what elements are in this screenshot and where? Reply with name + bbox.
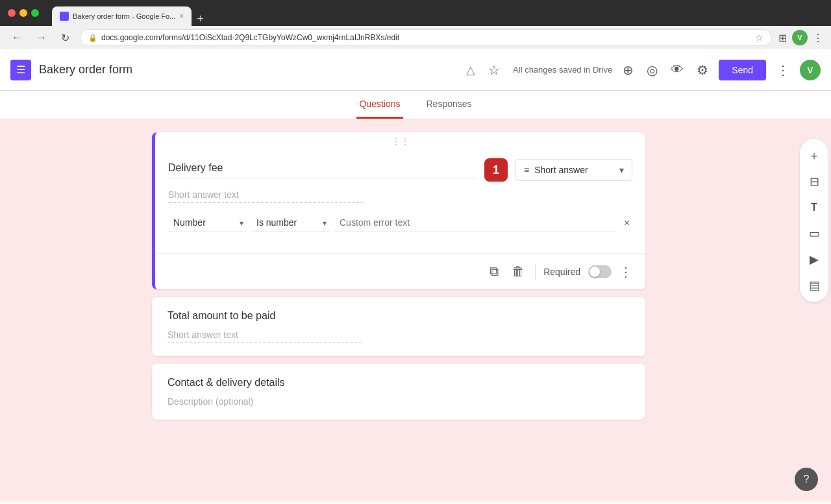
import-questions-button[interactable]: ⊟: [802, 170, 826, 193]
image-icon: ▭: [809, 226, 820, 241]
tab-questions[interactable]: Questions: [356, 91, 403, 119]
total-amount-card: Total amount to be paid Short answer tex…: [152, 297, 645, 356]
remove-validation-button[interactable]: ×: [621, 215, 632, 232]
bookmark-icon[interactable]: ☆: [755, 32, 763, 43]
forms-icon: ☰: [16, 64, 25, 76]
total-amount-title: Total amount to be paid: [167, 310, 630, 322]
validation-row: Number Is number ×: [168, 213, 632, 232]
footer-divider: [535, 264, 536, 280]
browser-tab-active[interactable]: Bakery order form - Google Fo... ×: [52, 6, 192, 26]
delete-button[interactable]: 🗑: [509, 261, 527, 282]
card-body-3: Contact & delivery details Description (…: [152, 364, 645, 420]
add-title-button[interactable]: T: [802, 196, 826, 219]
question-input[interactable]: [168, 162, 477, 178]
add-image-button[interactable]: ▭: [802, 222, 826, 245]
validation-condition-wrapper: Is number: [251, 213, 329, 232]
addon-button[interactable]: ⊕: [620, 60, 636, 80]
card-body: 1 ≡ Short answer ▾ Short answer text Num…: [155, 148, 645, 253]
copy-icon: ⧉: [490, 264, 499, 278]
browser-chrome: Bakery order form - Google Fo... × +: [0, 0, 831, 26]
minimize-traffic-light[interactable]: [19, 9, 27, 17]
answer-placeholder: Short answer text: [168, 189, 363, 203]
new-tab-button[interactable]: +: [197, 12, 204, 26]
settings-button[interactable]: ⚙: [694, 60, 711, 80]
total-amount-placeholder: Short answer text: [167, 330, 362, 343]
browser-menu-button[interactable]: ⋮: [813, 32, 823, 44]
contact-details-title: Contact & delivery details: [167, 377, 630, 389]
help-button[interactable]: ?: [795, 468, 818, 491]
url-bar[interactable]: 🔒 docs.google.com/forms/d/11OiScXtad-2Q9…: [80, 29, 772, 46]
type-select-arrow-icon: ▾: [619, 165, 624, 175]
contact-details-card: Contact & delivery details Description (…: [152, 364, 645, 420]
question-badge: 1: [484, 158, 508, 182]
app-title: Bakery order form: [39, 63, 456, 77]
url-text: docs.google.com/forms/d/11OiScXtad-2Q9Lc…: [101, 33, 751, 42]
browser-tabs: Bakery order form - Google Fo... × +: [52, 0, 204, 26]
card-body-2: Total amount to be paid Short answer tex…: [152, 297, 645, 356]
import-icon: ⊟: [810, 174, 819, 189]
question-type-select[interactable]: ≡ Short answer ▾: [515, 159, 632, 181]
video-icon: ▶: [810, 252, 819, 267]
preview-button[interactable]: 👁: [668, 60, 686, 80]
sidebar: ＋ ⊟ T ▭ ▶ ▤: [797, 132, 831, 488]
validation-field-wrapper: Number: [168, 213, 246, 232]
validation-condition-select[interactable]: Is number: [251, 213, 329, 232]
tab-favicon: [60, 12, 69, 21]
type-select-icon: ≡: [524, 165, 529, 175]
title-icon: T: [811, 202, 817, 213]
extensions-icon[interactable]: ⊞: [778, 32, 787, 44]
forward-button[interactable]: →: [32, 30, 51, 45]
validation-field-select[interactable]: Number: [168, 213, 246, 232]
add-question-button[interactable]: ＋: [802, 144, 826, 167]
main-content: ⋮⋮ 1 ≡ Short answer ▾ Short answer text: [0, 119, 831, 501]
tab-close-button[interactable]: ×: [179, 12, 184, 21]
type-select-text: Short answer: [534, 165, 614, 175]
lock-icon: 🔒: [88, 34, 97, 42]
contact-description-placeholder: Description (optional): [167, 396, 630, 407]
maximize-traffic-light[interactable]: [31, 9, 39, 17]
browser-avatar[interactable]: V: [792, 30, 808, 45]
help-icon: ?: [804, 474, 810, 485]
traffic-lights: [8, 9, 39, 17]
question-row: 1 ≡ Short answer ▾: [168, 158, 632, 182]
custom-error-input[interactable]: [334, 213, 616, 232]
browser-actions: ⊞ V ⋮: [778, 30, 823, 45]
card-more-button[interactable]: ⋮: [619, 264, 632, 280]
add-icon: ＋: [808, 148, 820, 163]
header-more-button[interactable]: ⋮: [774, 60, 792, 80]
required-toggle[interactable]: [588, 265, 612, 278]
tab-title: Bakery order form - Google Fo...: [73, 12, 175, 20]
star-button[interactable]: ☆: [486, 60, 502, 80]
delivery-fee-card: ⋮⋮ 1 ≡ Short answer ▾ Short answer text: [152, 132, 645, 289]
address-bar: ← → ↻ 🔒 docs.google.com/forms/d/11OiScXt…: [0, 26, 831, 49]
close-traffic-light[interactable]: [8, 9, 16, 17]
refresh-button[interactable]: ↻: [57, 30, 73, 45]
copy-button[interactable]: ⧉: [487, 261, 501, 282]
send-button[interactable]: Send: [719, 60, 766, 80]
sidebar-card: ＋ ⊟ T ▭ ▶ ▤: [800, 139, 828, 302]
nav-tabs: Questions Responses: [0, 91, 831, 119]
add-video-button[interactable]: ▶: [802, 248, 826, 271]
save-status: All changes saved in Drive: [513, 65, 612, 75]
drag-handle[interactable]: ⋮⋮: [155, 132, 645, 148]
theme-button[interactable]: ◎: [644, 60, 660, 80]
section-icon: ▤: [809, 278, 820, 293]
trash-icon: 🗑: [512, 264, 525, 278]
form-area: ⋮⋮ 1 ≡ Short answer ▾ Short answer text: [0, 132, 797, 488]
tab-responses[interactable]: Responses: [424, 91, 475, 119]
add-section-button[interactable]: ▤: [802, 274, 826, 297]
required-label: Required: [543, 267, 580, 277]
back-button[interactable]: ←: [8, 30, 26, 45]
user-avatar[interactable]: V: [800, 60, 821, 80]
card-footer: ⧉ 🗑 Required ⋮: [155, 253, 645, 289]
header-actions: ⊕ ◎ 👁 ⚙ Send ⋮ V: [620, 60, 821, 80]
app-logo: ☰: [10, 60, 31, 80]
drive-button[interactable]: △: [464, 60, 478, 80]
app-header: ☰ Bakery order form △ ☆ All changes save…: [0, 49, 831, 91]
